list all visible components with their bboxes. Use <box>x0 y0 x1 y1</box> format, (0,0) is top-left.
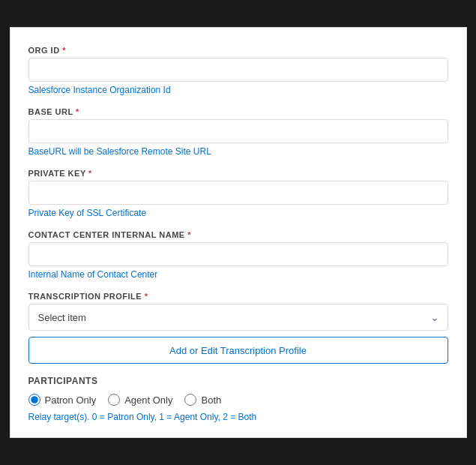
both-radio[interactable] <box>184 394 196 406</box>
transcription-profile-label: TRANSCRIPTION PROFILE * <box>28 292 448 301</box>
agent-only-label: Agent Only <box>124 394 172 406</box>
patron-only-radio-item[interactable]: Patron Only <box>28 394 97 406</box>
contact-center-label: CONTACT CENTER INTERNAL NAME * <box>28 230 448 239</box>
patron-only-label: Patron Only <box>45 394 97 406</box>
patron-only-radio[interactable] <box>28 394 40 406</box>
agent-only-radio[interactable] <box>108 394 120 406</box>
select-wrapper: Select item ⌄ <box>28 304 448 331</box>
participants-label: PARTICIPANTS <box>28 376 448 386</box>
both-label: Both <box>201 394 221 406</box>
base-url-input[interactable] <box>28 119 448 143</box>
participants-section: PARTICIPANTS Patron Only Agent Only Both… <box>28 376 448 422</box>
private-key-group: PRIVATE KEY * Private Key of SSL Certifi… <box>28 169 448 218</box>
agent-only-radio-item[interactable]: Agent Only <box>108 394 172 406</box>
org-id-input[interactable] <box>28 58 448 82</box>
add-edit-transcription-button[interactable]: Add or Edit Transcription Profile <box>28 337 448 364</box>
form-card: ORG ID * Salesforce Instance Organizatio… <box>10 27 467 438</box>
base-url-required: * <box>76 107 79 116</box>
org-id-required: * <box>62 46 66 55</box>
transcription-profile-select[interactable]: Select item <box>28 304 448 331</box>
private-key-helper: Private Key of SSL Certificate <box>28 208 448 218</box>
contact-center-group: CONTACT CENTER INTERNAL NAME * Internal … <box>28 230 448 280</box>
private-key-input[interactable] <box>28 181 448 205</box>
transcription-profile-group: TRANSCRIPTION PROFILE * Select item ⌄ Ad… <box>28 292 448 364</box>
base-url-helper: BaseURL will be Salesforce Remote Site U… <box>28 146 448 157</box>
contact-center-required: * <box>187 230 191 239</box>
base-url-group: BASE URL * BaseURL will be Salesforce Re… <box>28 107 448 157</box>
base-url-label: BASE URL * <box>28 107 448 116</box>
both-radio-item[interactable]: Both <box>184 394 221 406</box>
contact-center-helper: Internal Name of Contact Center <box>28 269 448 280</box>
contact-center-input[interactable] <box>28 242 448 266</box>
participants-radio-group: Patron Only Agent Only Both <box>28 394 448 406</box>
relay-info-text: Relay target(s). 0 = Patron Only, 1 = Ag… <box>28 412 448 422</box>
org-id-group: ORG ID * Salesforce Instance Organizatio… <box>28 46 448 95</box>
private-key-required: * <box>88 169 92 178</box>
org-id-label: ORG ID * <box>28 46 448 55</box>
private-key-label: PRIVATE KEY * <box>28 169 448 178</box>
transcription-required: * <box>145 292 148 301</box>
org-id-helper: Salesforce Instance Organization Id <box>28 85 448 95</box>
